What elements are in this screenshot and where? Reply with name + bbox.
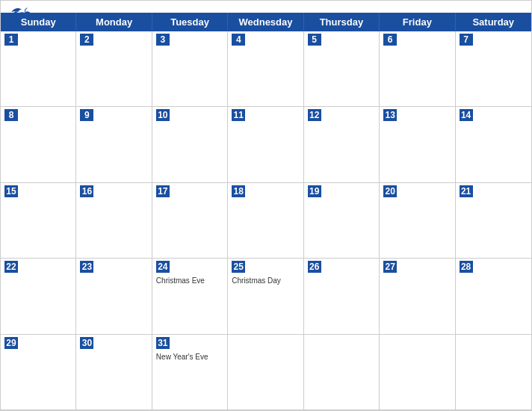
cell-date-number: 27: [383, 261, 397, 273]
calendar: Sunday Monday Tuesday Wednesday Thursday…: [0, 0, 532, 411]
logo: [11, 7, 32, 22]
cell-event-label: Christmas Eve: [156, 276, 223, 285]
cell-date-number: 12: [308, 109, 321, 121]
calendar-cell: 5: [304, 31, 380, 107]
calendar-cell: 28: [456, 259, 531, 334]
cell-date-number: 22: [4, 261, 18, 273]
calendar-cell: 27: [380, 259, 455, 334]
calendar-cell: 21: [456, 183, 531, 259]
calendar-cell: 30: [76, 335, 152, 410]
calendar-cell: 6: [380, 31, 455, 107]
calendar-cell: 24Christmas Eve: [152, 259, 228, 334]
calendar-cell: 20: [380, 183, 455, 259]
cell-date-number: 4: [232, 34, 245, 46]
cell-date-number: 21: [460, 185, 473, 197]
cell-date-number: 23: [80, 261, 93, 273]
calendar-cell: 23: [76, 259, 152, 334]
calendar-cell: 19: [304, 183, 380, 259]
cell-event-label: Christmas Day: [232, 276, 299, 285]
calendar-cell: 8: [1, 107, 76, 182]
cell-date-number: 18: [232, 185, 245, 197]
calendar-cell: 11: [228, 107, 303, 182]
calendar-cell: 2: [76, 31, 152, 107]
calendar-cell: [228, 335, 303, 410]
cell-date-number: 1: [4, 34, 18, 46]
calendar-cell: 17: [152, 183, 228, 259]
cell-date-number: 13: [383, 109, 397, 121]
calendar-cell: [456, 335, 531, 410]
cell-date-number: 24: [156, 261, 170, 273]
logo-bird-icon: [11, 7, 32, 22]
calendar-cell: 4: [228, 31, 303, 107]
calendar-cell: 9: [76, 107, 152, 182]
calendar-cell: 29: [1, 335, 76, 410]
calendar-cell: 22: [1, 259, 76, 334]
cell-date-number: 20: [383, 185, 397, 197]
calendar-cell: 15: [1, 183, 76, 259]
cell-date-number: 19: [308, 185, 321, 197]
calendar-cell: 25Christmas Day: [228, 259, 303, 334]
calendar-cell: 3: [152, 31, 228, 107]
day-header-wednesday: Wednesday: [228, 13, 303, 31]
day-header-friday: Friday: [380, 13, 455, 31]
cell-date-number: 9: [80, 109, 93, 121]
cell-date-number: 28: [460, 261, 473, 273]
cell-event-label: New Year's Eve: [156, 352, 223, 362]
calendar-cell: 18: [228, 183, 303, 259]
cell-date-number: 14: [460, 109, 473, 121]
cell-date-number: 6: [383, 34, 397, 46]
calendar-cell: 16: [76, 183, 152, 259]
cell-date-number: 2: [80, 34, 93, 46]
cell-date-number: 26: [308, 261, 321, 273]
day-header-saturday: Saturday: [456, 13, 531, 31]
day-header-thursday: Thursday: [304, 13, 380, 31]
calendar-cell: [380, 335, 455, 410]
calendar-cell: 1: [1, 31, 76, 107]
cell-date-number: 29: [4, 337, 18, 349]
cell-date-number: 16: [80, 185, 93, 197]
day-header-tuesday: Tuesday: [152, 13, 228, 31]
calendar-cell: 12: [304, 107, 380, 182]
calendar-cell: 7: [456, 31, 531, 107]
calendar-cell: 26: [304, 259, 380, 334]
cell-date-number: 3: [156, 34, 170, 46]
calendar-cell: [304, 335, 380, 410]
cell-date-number: 10: [156, 109, 170, 121]
cell-date-number: 31: [156, 337, 170, 349]
calendar-header: [1, 1, 531, 13]
cell-date-number: 8: [4, 109, 18, 121]
day-headers-row: Sunday Monday Tuesday Wednesday Thursday…: [1, 13, 531, 31]
cell-date-number: 30: [80, 337, 93, 349]
cell-date-number: 7: [460, 34, 473, 46]
cell-date-number: 5: [308, 34, 321, 46]
calendar-cell: 14: [456, 107, 531, 182]
calendar-grid: 123456789101112131415161718192021222324C…: [1, 31, 531, 410]
calendar-cell: 10: [152, 107, 228, 182]
cell-date-number: 17: [156, 185, 170, 197]
cell-date-number: 15: [4, 185, 18, 197]
cell-date-number: 11: [232, 109, 245, 121]
cell-date-number: 25: [232, 261, 245, 273]
calendar-cell: 31New Year's Eve: [152, 335, 228, 410]
calendar-cell: 13: [380, 107, 455, 182]
day-header-monday: Monday: [76, 13, 152, 31]
